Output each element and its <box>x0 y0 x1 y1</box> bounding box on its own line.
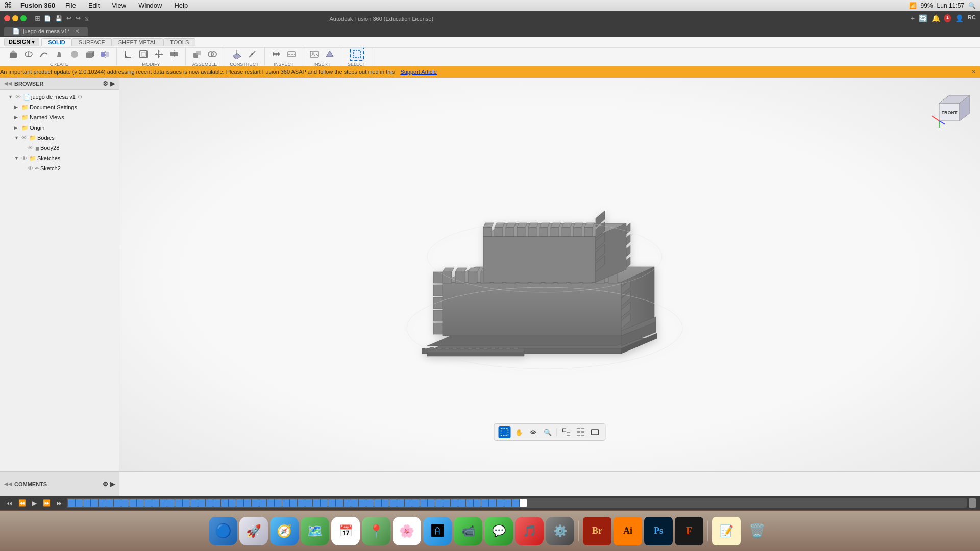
spotlight-icon[interactable]: 🔍 <box>968 2 976 9</box>
create-mirror-icon[interactable] <box>98 48 112 61</box>
create-revolve-icon[interactable] <box>21 48 36 61</box>
create-loft-icon[interactable] <box>52 48 66 61</box>
dock-messages[interactable]: 💬 <box>484 517 513 545</box>
insert-mesh-icon[interactable] <box>323 48 337 61</box>
select-box-icon[interactable] <box>350 48 364 61</box>
timeline-play-button[interactable]: ▶ <box>30 498 39 508</box>
tree-eye-root[interactable]: 👁 <box>15 94 21 100</box>
menu-file[interactable]: File <box>63 2 78 9</box>
modify-fillet-icon[interactable] <box>121 48 135 61</box>
browser-collapse-icon[interactable]: ◀◀ <box>4 81 12 86</box>
comments-collapse-icon[interactable]: ◀◀ <box>4 481 12 487</box>
network-icon[interactable]: 🔄 <box>919 14 927 22</box>
timeline-end-button[interactable]: ⏭ <box>55 498 65 508</box>
timeline-step-back-button[interactable]: ⏪ <box>16 498 28 508</box>
inspect-section-icon[interactable] <box>284 48 299 61</box>
add-tab-icon[interactable]: + <box>911 14 915 22</box>
apps-grid-icon[interactable]: ⊞ <box>35 14 41 22</box>
dock-photoshop[interactable]: Ps <box>644 517 673 545</box>
undo-icon[interactable]: ↩ <box>66 15 71 22</box>
menu-edit[interactable]: Edit <box>86 2 102 9</box>
dock-illustrator[interactable]: Ai <box>614 517 642 545</box>
dock-finder[interactable]: 🔵 <box>209 517 237 545</box>
modify-shell-icon[interactable] <box>136 48 151 61</box>
tree-item-named-views[interactable]: ▶ 📁 Named Views <box>0 112 119 122</box>
comments-settings-icon[interactable]: ⚙ <box>103 481 108 488</box>
menu-window[interactable]: Window <box>136 2 164 9</box>
dock-launchpad[interactable]: 🚀 <box>239 517 268 545</box>
tree-item-sketches[interactable]: ▼ 👁 📁 Sketches <box>0 153 119 163</box>
viewport-display-icon[interactable] <box>589 426 601 438</box>
assemble-new-component-icon[interactable] <box>190 48 204 61</box>
viewport-zoom-icon[interactable]: 🔍 <box>542 426 554 438</box>
document-tab[interactable]: 📄 juego de mesa v1* ✕ <box>4 27 88 36</box>
dock-custom-f[interactable]: F <box>675 517 703 545</box>
modify-move-icon[interactable] <box>152 48 166 61</box>
maximize-button[interactable] <box>20 15 27 21</box>
view-cube[interactable]: FRONT <box>929 88 970 129</box>
comments-expand-icon[interactable]: ▶ <box>110 481 115 488</box>
insert-image-icon[interactable] <box>307 48 322 61</box>
modify-align-icon[interactable] <box>167 48 181 61</box>
file-icon[interactable]: 📄 <box>44 15 51 22</box>
tree-item-doc-settings[interactable]: ▶ 📁 Document Settings <box>0 102 119 112</box>
menu-help[interactable]: Help <box>172 2 190 9</box>
account-icon[interactable]: 👤 <box>955 14 964 22</box>
notification-close[interactable]: ✕ <box>971 69 976 76</box>
viewport[interactable]: FRONT <box>119 78 980 471</box>
browser-settings-icon[interactable]: ⚙ <box>103 80 108 87</box>
notification-link[interactable]: Support Article <box>400 69 437 75</box>
dock-notes[interactable]: 📝 <box>712 517 741 545</box>
dock-photos[interactable]: 🌸 <box>393 517 421 545</box>
tree-item-origin[interactable]: ▶ 📁 Origin <box>0 122 119 133</box>
tree-eye-bodies[interactable]: 👁 <box>21 135 27 141</box>
dock-maps2[interactable]: 📍 <box>362 517 390 545</box>
dock-maps[interactable]: 🗺️ <box>301 517 329 545</box>
tree-item-sketch2[interactable]: 👁 ✏ Sketch2 <box>0 163 119 173</box>
dock-bridge[interactable]: Br <box>583 517 611 545</box>
viewport-grid-icon[interactable] <box>575 426 587 438</box>
viewport-orbit-icon[interactable] <box>527 426 540 438</box>
doc-tab-close[interactable]: ✕ <box>75 28 80 35</box>
minimize-button[interactable] <box>12 15 18 21</box>
viewport-pan-icon[interactable]: ✋ <box>513 426 525 438</box>
timeline-step-forward-button[interactable]: ⏩ <box>41 498 53 508</box>
dock-appstore[interactable]: 🅰 <box>423 517 452 545</box>
construct-plane-icon[interactable] <box>230 48 244 61</box>
tree-eye-sketches[interactable]: 👁 <box>21 155 27 161</box>
tree-item-bodies[interactable]: ▼ 👁 📁 Bodies <box>0 133 119 143</box>
tree-eye-sketch2[interactable]: 👁 <box>28 165 33 171</box>
timeline-track[interactable] <box>67 498 967 508</box>
tab-tools[interactable]: TOOLS <box>163 38 195 46</box>
history-icon[interactable]: ⧖ <box>85 15 89 22</box>
assemble-joint-icon[interactable] <box>205 48 219 61</box>
notification-bell-icon[interactable]: 🔔 <box>932 14 940 22</box>
timeline-beginning-button[interactable]: ⏮ <box>4 498 14 508</box>
dock-music[interactable]: 🎵 <box>515 517 544 545</box>
construct-axis-icon[interactable] <box>245 48 259 61</box>
close-button[interactable] <box>4 15 10 21</box>
dock-facetime[interactable]: 📹 <box>454 517 482 545</box>
tree-item-body28[interactable]: 👁 ◼ Body28 <box>0 143 119 153</box>
create-extrude-icon[interactable] <box>6 48 20 61</box>
app-name[interactable]: Fusion 360 <box>20 2 55 9</box>
tree-item-root[interactable]: ▼ 👁 📄 juego de mesa v1 ⚙ <box>0 92 119 102</box>
timeline-scroll[interactable] <box>969 498 976 508</box>
menu-view[interactable]: View <box>110 2 128 9</box>
tab-surface[interactable]: SURFACE <box>72 38 112 46</box>
tab-solid[interactable]: SOLID <box>41 38 72 46</box>
viewport-select-icon[interactable] <box>499 426 511 438</box>
dock-calendar[interactable]: 📅 <box>331 517 360 545</box>
redo-icon[interactable]: ↪ <box>76 15 81 22</box>
dock-trash[interactable]: 🗑️ <box>743 517 771 545</box>
create-freeform-icon[interactable] <box>67 48 82 61</box>
viewport-fit-icon[interactable] <box>560 426 573 438</box>
browser-expand-icon[interactable]: ▶ <box>110 80 115 87</box>
tree-options-root[interactable]: ⚙ <box>78 94 82 100</box>
dock-safari[interactable]: 🧭 <box>270 517 299 545</box>
save-icon[interactable]: 💾 <box>55 15 62 22</box>
tab-sheet-metal[interactable]: SHEET METAL <box>112 38 163 46</box>
dock-sysprefs[interactable]: ⚙️ <box>546 517 574 545</box>
inspect-measure-icon[interactable] <box>269 48 283 61</box>
design-dropdown[interactable]: DESIGN ▾ <box>4 38 39 46</box>
